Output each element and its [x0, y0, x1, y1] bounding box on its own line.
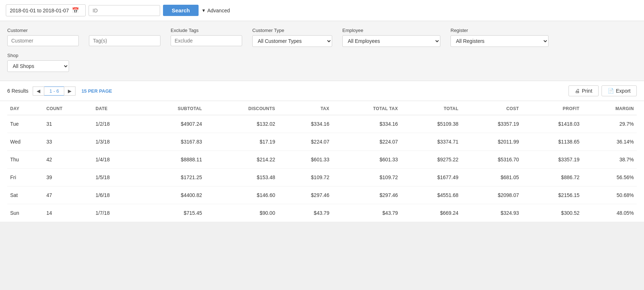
cell-cost: $2098.07: [461, 186, 522, 204]
export-button[interactable]: 📄 Export: [602, 85, 637, 96]
cell-count: 47: [44, 186, 93, 204]
col-subtotal: SUBTOTAL: [137, 101, 205, 115]
cell-profit: $2156.15: [522, 186, 583, 204]
cell-subtotal: $1721.25: [137, 169, 205, 186]
cell-subtotal: $4907.24: [137, 115, 205, 133]
shop-select[interactable]: All Shops: [7, 60, 69, 72]
table-row: Thu 42 1/4/18 $8888.11 $214.22 $601.33 $…: [7, 151, 637, 169]
customer-label: Customer: [7, 28, 79, 33]
shop-label: Shop: [7, 53, 69, 58]
col-tax: TAX: [278, 101, 332, 115]
cell-day: Fri: [7, 169, 44, 186]
employee-select[interactable]: All Employees: [342, 35, 440, 47]
customer-type-select[interactable]: All Customer Types: [252, 35, 332, 47]
data-table: DAY COUNT DATE SUBTOTAL DISCOUNTS TAX TO…: [7, 101, 637, 222]
prev-page-button[interactable]: ◀: [33, 86, 44, 96]
cell-subtotal: $715.45: [137, 204, 205, 222]
cell-date: 1/7/18: [93, 204, 137, 222]
customer-input[interactable]: [7, 35, 79, 46]
table-section: DAY COUNT DATE SUBTOTAL DISCOUNTS TAX TO…: [0, 101, 644, 222]
customer-type-label: Customer Type: [252, 28, 332, 33]
table-row: Sun 14 1/7/18 $715.45 $90.00 $43.79 $43.…: [7, 204, 637, 222]
cell-date: 1/4/18: [93, 151, 137, 169]
cell-day: Wed: [7, 133, 44, 151]
cell-subtotal: $4400.82: [137, 186, 205, 204]
cell-discounts: $214.22: [205, 151, 278, 169]
cell-subtotal: $8888.11: [137, 151, 205, 169]
customer-type-filter-group: Customer Type All Customer Types: [252, 28, 332, 47]
cell-margin: 38.7%: [582, 151, 637, 169]
table-body: Tue 31 1/2/18 $4907.24 $132.02 $334.16 $…: [7, 115, 637, 222]
print-label: Print: [582, 88, 592, 94]
col-total: TOTAL: [401, 101, 461, 115]
cell-total-tax: $297.46: [332, 186, 401, 204]
cell-date: 1/6/18: [93, 186, 137, 204]
search-button[interactable]: Search: [163, 5, 199, 16]
cell-discounts: $132.02: [205, 115, 278, 133]
employee-filter-group: Employee All Employees: [342, 28, 440, 47]
cell-margin: 29.7%: [582, 115, 637, 133]
cell-cost: $324.93: [461, 204, 522, 222]
results-count: 6 Results: [7, 88, 28, 94]
cell-date: 1/2/18: [93, 115, 137, 133]
filters-section: Customer Exclude Tags Customer Type All …: [0, 21, 644, 81]
cell-day: Sat: [7, 186, 44, 204]
cell-total-tax: $601.33: [332, 151, 401, 169]
tags-input[interactable]: [89, 35, 160, 46]
table-row: Tue 31 1/2/18 $4907.24 $132.02 $334.16 $…: [7, 115, 637, 133]
exclude-tags-input[interactable]: [171, 35, 242, 46]
cell-total: $1677.49: [401, 169, 461, 186]
per-page-label[interactable]: 15 PER PAGE: [81, 88, 112, 94]
col-date: DATE: [93, 101, 137, 115]
cell-cost: $681.05: [461, 169, 522, 186]
register-select[interactable]: All Registers: [451, 35, 549, 47]
register-filter-group: Register All Registers: [451, 28, 549, 47]
shop-row: Shop All Shops: [7, 53, 637, 72]
cell-date: 1/5/18: [93, 169, 137, 186]
exclude-tags-filter-group: Exclude Tags: [171, 28, 242, 46]
cell-total: $669.24: [401, 204, 461, 222]
shop-filter-group: Shop All Shops: [7, 53, 69, 72]
header-row: DAY COUNT DATE SUBTOTAL DISCOUNTS TAX TO…: [7, 101, 637, 115]
cell-subtotal: $3167.83: [137, 133, 205, 151]
id-input[interactable]: [89, 5, 160, 16]
advanced-link[interactable]: ▼ Advanced: [201, 8, 230, 13]
cell-total: $4551.68: [401, 186, 461, 204]
export-label: Export: [616, 88, 631, 94]
cell-count: 33: [44, 133, 93, 151]
cell-day: Thu: [7, 151, 44, 169]
table-row: Wed 33 1/3/18 $3167.83 $17.19 $224.07 $2…: [7, 133, 637, 151]
right-actions: 🖨 Print 📄 Export: [568, 85, 637, 96]
cell-count: 42: [44, 151, 93, 169]
cell-count: 14: [44, 204, 93, 222]
cell-total-tax: $109.72: [332, 169, 401, 186]
cell-date: 1/3/18: [93, 133, 137, 151]
col-count: COUNT: [44, 101, 93, 115]
col-cost: COST: [461, 101, 522, 115]
cell-tax: $601.33: [278, 151, 332, 169]
exclude-tags-label: Exclude Tags: [171, 28, 242, 33]
cell-tax: $297.46: [278, 186, 332, 204]
cell-profit: $886.72: [522, 169, 583, 186]
cell-day: Sun: [7, 204, 44, 222]
col-discounts: DISCOUNTS: [205, 101, 278, 115]
cell-cost: $2011.99: [461, 133, 522, 151]
cell-discounts: $153.48: [205, 169, 278, 186]
table-row: Fri 39 1/5/18 $1721.25 $153.48 $109.72 $…: [7, 169, 637, 186]
cell-margin: 48.05%: [582, 204, 637, 222]
cell-tax: $334.16: [278, 115, 332, 133]
cell-profit: $3357.19: [522, 151, 583, 169]
cell-total: $5109.38: [401, 115, 461, 133]
customer-filter-group: Customer: [7, 28, 79, 46]
print-button[interactable]: 🖨 Print: [568, 85, 599, 96]
cell-total: $9275.22: [401, 151, 461, 169]
table-row: Sat 47 1/6/18 $4400.82 $146.60 $297.46 $…: [7, 186, 637, 204]
next-page-button[interactable]: ▶: [64, 86, 76, 96]
cell-day: Tue: [7, 115, 44, 133]
pagination: ◀ 1 - 6 ▶: [33, 86, 76, 96]
cell-total: $3374.71: [401, 133, 461, 151]
top-bar: 2018-01-01 to 2018-01-07 📅 Search ▼ Adva…: [0, 0, 644, 21]
cell-tax: $224.07: [278, 133, 332, 151]
register-label: Register: [451, 28, 549, 33]
date-range-field[interactable]: 2018-01-01 to 2018-01-07 📅: [6, 4, 86, 16]
